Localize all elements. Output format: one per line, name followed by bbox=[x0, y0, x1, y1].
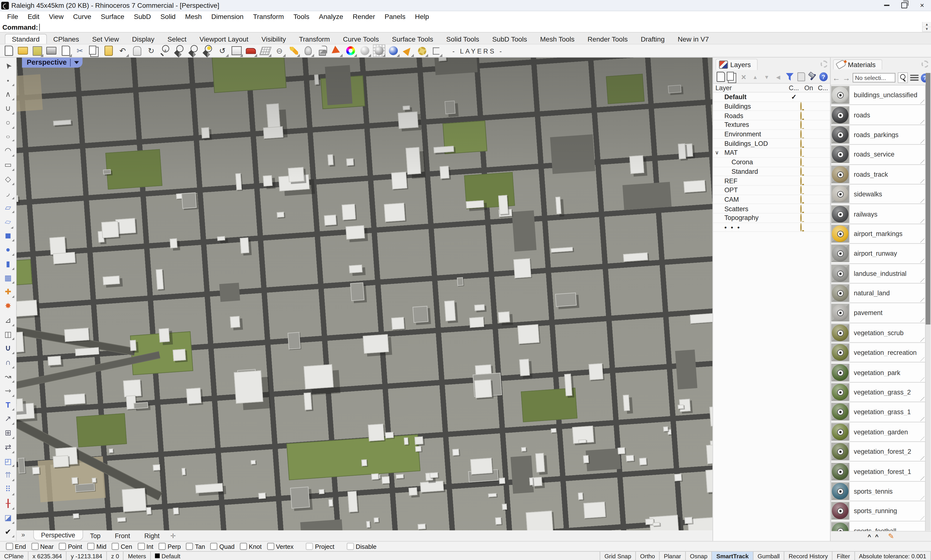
menu-curve[interactable]: Curve bbox=[68, 11, 96, 22]
circle-icon[interactable]: ○ bbox=[1, 116, 15, 129]
osnap-mid[interactable]: Mid bbox=[88, 543, 106, 550]
viewport-add-tab-icon[interactable]: ✛ bbox=[170, 532, 176, 540]
move-up-icon[interactable]: ▲ bbox=[750, 71, 760, 82]
material-row-vegetation-scrub[interactable]: vegetation_scrub bbox=[831, 323, 926, 342]
toolbar-tab-render-tools[interactable]: Render Tools bbox=[581, 34, 634, 44]
toolbar-tab-set-view[interactable]: Set View bbox=[86, 34, 125, 44]
osnap-disable[interactable]: Disable bbox=[347, 543, 376, 550]
osnap-end[interactable]: End bbox=[6, 543, 26, 550]
cut-icon[interactable]: ✂ bbox=[74, 45, 86, 57]
menu-view[interactable]: View bbox=[44, 11, 68, 22]
osnap-int[interactable]: Int bbox=[138, 543, 154, 550]
curve-icon[interactable]: ∪ bbox=[1, 102, 15, 115]
layer-row--[interactable]: • • • bbox=[713, 223, 830, 232]
menu-dimension[interactable]: Dimension bbox=[207, 11, 248, 22]
menu-help[interactable]: Help bbox=[410, 11, 434, 22]
material-row-vegetation-forest-1[interactable]: vegetation_forest_1 bbox=[831, 461, 926, 481]
status-planar[interactable]: Planar bbox=[660, 552, 686, 560]
help-icon[interactable]: ? bbox=[819, 72, 828, 82]
layer-row-roads[interactable]: Roads bbox=[713, 111, 830, 120]
status-ortho[interactable]: Ortho bbox=[636, 552, 660, 560]
checkbox-vertex[interactable] bbox=[267, 543, 274, 550]
toolbar-tab-subd-tools[interactable]: SubD Tools bbox=[486, 34, 534, 44]
array-icon[interactable]: ⠿ bbox=[1, 483, 15, 496]
status-record-history[interactable]: Record History bbox=[784, 552, 833, 560]
viewport-layout-icon[interactable] bbox=[230, 45, 243, 57]
status-osnap[interactable]: Osnap bbox=[686, 552, 712, 560]
material-row-sports-running[interactable]: sports_running bbox=[831, 501, 926, 520]
align-icon[interactable]: ╂ bbox=[1, 497, 15, 510]
viewport-tab-right[interactable]: Right bbox=[137, 531, 166, 540]
material-row-roads[interactable]: roads bbox=[831, 105, 926, 125]
circle-center-icon[interactable]: ⊖ bbox=[273, 45, 285, 57]
sphere-icon[interactable]: ● bbox=[1, 243, 15, 256]
viewport-title-tab[interactable]: Perspective bbox=[22, 58, 83, 68]
mesh-plane-icon[interactable]: ▦ bbox=[1, 271, 15, 285]
mirror-icon[interactable]: ⇄ bbox=[1, 440, 15, 454]
command-scrollbar[interactable]: ▲ ▼ bbox=[922, 22, 931, 32]
lightbulb-icon[interactable] bbox=[800, 158, 802, 166]
toolbar-tab-drafting[interactable]: Drafting bbox=[634, 34, 671, 44]
boolean-difference-icon[interactable]: ∩ bbox=[1, 355, 15, 369]
checkbox-mid[interactable] bbox=[88, 543, 95, 550]
edit-pencil-icon[interactable]: ✎ bbox=[888, 532, 894, 540]
osnap-vertex[interactable]: Vertex bbox=[267, 543, 294, 550]
scroll-down-icon[interactable]: ▼ bbox=[923, 27, 931, 32]
layer-row-buildings[interactable]: Buildings bbox=[713, 102, 830, 111]
lightbulb-icon[interactable] bbox=[800, 205, 802, 213]
checkbox-cen[interactable] bbox=[112, 543, 119, 550]
toolbar-tab-cplanes[interactable]: CPlanes bbox=[47, 34, 86, 44]
layer-on-cell[interactable] bbox=[800, 103, 813, 109]
layer-row-mat[interactable]: ∨MAT bbox=[713, 148, 830, 157]
toolbar-tab-visibility[interactable]: Visibility bbox=[255, 34, 292, 44]
toolbar-tab-viewport-layout[interactable]: Viewport Layout bbox=[193, 34, 255, 44]
lightbulb-icon[interactable] bbox=[800, 130, 802, 138]
move-icon[interactable]: ↗ bbox=[1, 412, 15, 425]
material-row-roads-track[interactable]: roads_track bbox=[831, 164, 926, 184]
menu-render[interactable]: Render bbox=[348, 11, 380, 22]
material-row-vegetation-garden[interactable]: vegetation_garden bbox=[831, 422, 926, 441]
named-view-car-icon[interactable] bbox=[245, 45, 257, 57]
viewport-tab-perspective[interactable]: Perspective bbox=[33, 530, 83, 540]
status-gumball[interactable]: Gumball bbox=[754, 552, 785, 560]
shaded-display-icon[interactable] bbox=[330, 45, 343, 57]
layer-on-cell[interactable] bbox=[800, 205, 813, 212]
object-properties-icon[interactable] bbox=[288, 45, 300, 57]
layers-gear-icon[interactable] bbox=[820, 60, 828, 68]
checkbox-end[interactable] bbox=[6, 543, 13, 550]
lightbulb-icon[interactable] bbox=[800, 167, 802, 175]
restore-button[interactable] bbox=[895, 0, 913, 11]
color-wheel-icon[interactable] bbox=[344, 45, 357, 57]
osnap-point[interactable]: Point bbox=[59, 543, 82, 550]
osnap-cen[interactable]: Cen bbox=[112, 543, 132, 550]
filter-icon[interactable] bbox=[785, 71, 795, 82]
select-icon[interactable]: ➤ bbox=[0, 57, 17, 75]
surface-loft-icon[interactable]: ▱ bbox=[0, 214, 16, 229]
lightbulb-icon[interactable] bbox=[800, 149, 802, 157]
material-row-railways[interactable]: railways bbox=[831, 204, 926, 223]
scrollbar-thumb[interactable] bbox=[926, 73, 931, 325]
material-row-vegetation-forest-2[interactable]: vegetation_forest_2 bbox=[831, 442, 926, 461]
material-row-natural-land[interactable]: natural_land bbox=[831, 283, 926, 303]
lightbulb-icon[interactable] bbox=[800, 195, 802, 203]
puzzle-icon[interactable]: ✚ bbox=[1, 285, 15, 298]
blend-curve-icon[interactable]: ↝ bbox=[1, 370, 15, 383]
polygon-icon[interactable]: ◇ bbox=[1, 172, 15, 185]
point-icon[interactable]: ● bbox=[1, 74, 15, 87]
print-icon[interactable] bbox=[45, 45, 58, 57]
collapse-icon[interactable]: ◀ bbox=[773, 71, 783, 82]
menu-solid[interactable]: Solid bbox=[155, 11, 180, 22]
checkbox-knot[interactable] bbox=[240, 543, 247, 550]
layer-row-scatters[interactable]: Scatters bbox=[713, 204, 830, 214]
fillet-curve-icon[interactable]: ◞ bbox=[1, 186, 15, 200]
extend-curve-icon[interactable]: ⇝ bbox=[1, 384, 15, 397]
lightbulb-icon[interactable] bbox=[800, 139, 802, 148]
copy-layer-icon[interactable] bbox=[727, 71, 737, 82]
layer-on-cell[interactable] bbox=[800, 214, 813, 222]
lightbulb-icon[interactable] bbox=[800, 214, 802, 222]
materials-panel-tab[interactable]: Materials bbox=[833, 59, 882, 69]
render-cone-icon[interactable] bbox=[402, 45, 414, 57]
osnap-project[interactable]: Project bbox=[306, 543, 334, 550]
zoom-extents-icon[interactable] bbox=[188, 45, 200, 57]
material-row-landuse-industrial[interactable]: landuse_industrial bbox=[831, 263, 926, 283]
